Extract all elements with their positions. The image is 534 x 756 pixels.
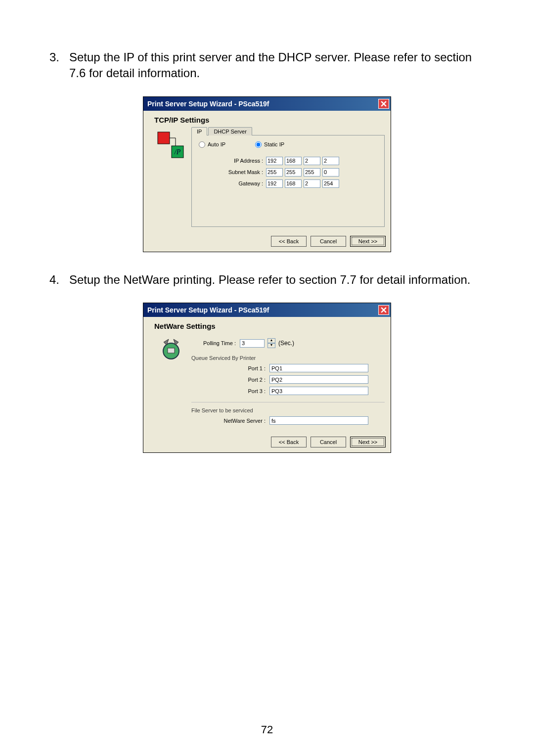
gw-octet-2[interactable] <box>285 179 302 188</box>
gw-octet-4[interactable] <box>322 179 339 188</box>
list-item: 4. Setup the NetWare printing. Please re… <box>44 272 490 288</box>
section-heading: TCP/IP Settings <box>154 116 385 124</box>
port3-input[interactable] <box>269 387 368 395</box>
back-button[interactable]: << Back <box>271 236 307 247</box>
next-button[interactable]: Next >> <box>350 236 386 247</box>
label-gateway: Gateway : <box>199 180 266 186</box>
list-number: 4. <box>44 272 69 287</box>
radio-label: Auto IP <box>208 141 225 147</box>
label-subnet-mask: Subnet Mask : <box>199 169 266 175</box>
tab-dhcp-server[interactable]: DHCP Server <box>208 127 252 135</box>
mask-octet-4[interactable] <box>322 168 339 177</box>
group-file-server: File Server to be serviced <box>191 407 385 413</box>
close-icon[interactable] <box>378 305 389 315</box>
tab-panel-ip: Auto IP Static IP IP Address : <box>191 135 385 227</box>
list-text: Setup the IP of this print server and th… <box>69 49 490 82</box>
titlebar: Print Server Setup Wizard - PSca519f <box>143 97 391 111</box>
cancel-button[interactable]: Cancel <box>311 236 346 247</box>
spinner-up-icon[interactable]: ▲ <box>267 338 275 343</box>
group-queue-serviced: Queue Serviced By Printer <box>191 355 385 361</box>
radio-static-ip[interactable]: Static IP <box>255 141 284 148</box>
gw-octet-1[interactable] <box>266 179 283 188</box>
polling-time-input[interactable] <box>240 339 265 348</box>
label-ip-address: IP Address : <box>199 158 266 164</box>
svg-text:/P: /P <box>174 148 180 156</box>
netware-dialog: Print Server Setup Wizard - PSca519f Net… <box>143 303 391 453</box>
ip-octet-3[interactable] <box>304 157 320 165</box>
window-title: Print Server Setup Wizard - PSca519f <box>147 100 269 108</box>
ip-octet-2[interactable] <box>285 157 302 165</box>
list-number: 3. <box>44 49 69 65</box>
label-port3: Port 3 : <box>191 388 269 394</box>
ip-octet-4[interactable] <box>322 157 339 165</box>
mask-octet-1[interactable] <box>266 168 283 177</box>
netware-icon <box>149 333 191 363</box>
close-icon[interactable] <box>378 99 389 109</box>
list-item: 3. Setup the IP of this print server and… <box>44 49 490 82</box>
radio-label: Static IP <box>264 141 284 147</box>
port1-input[interactable] <box>269 364 368 372</box>
mask-octet-2[interactable] <box>285 168 302 177</box>
svg-rect-4 <box>168 348 175 353</box>
label-port1: Port 1 : <box>191 365 269 371</box>
radio-auto-ip[interactable]: Auto IP <box>199 141 225 148</box>
mask-octet-3[interactable] <box>304 168 320 177</box>
spinner-down-icon[interactable]: ▼ <box>267 343 275 348</box>
tcpip-dialog: Print Server Setup Wizard - PSca519f TCP… <box>143 96 391 252</box>
window-title: Print Server Setup Wizard - PSca519f <box>147 306 269 314</box>
gw-octet-3[interactable] <box>304 179 320 188</box>
port2-input[interactable] <box>269 375 368 384</box>
list-text: Setup the NetWare printing. Please refer… <box>69 272 490 288</box>
polling-unit: (Sec.) <box>278 340 294 347</box>
svg-rect-0 <box>158 132 170 144</box>
label-port2: Port 2 : <box>191 377 269 383</box>
label-polling-time: Polling Time : <box>191 340 240 346</box>
tcpip-icon: /P <box>149 127 191 160</box>
next-button[interactable]: Next >> <box>350 437 386 447</box>
tab-ip[interactable]: IP <box>191 127 207 135</box>
page-number: 72 <box>0 723 534 736</box>
ip-octet-1[interactable] <box>266 157 283 165</box>
cancel-button[interactable]: Cancel <box>311 437 346 447</box>
back-button[interactable]: << Back <box>271 437 307 447</box>
netware-server-input[interactable] <box>269 416 368 425</box>
label-netware-server: NetWare Server : <box>191 418 269 424</box>
titlebar: Print Server Setup Wizard - PSca519f <box>143 303 391 317</box>
section-heading: NetWare Settings <box>154 322 385 330</box>
